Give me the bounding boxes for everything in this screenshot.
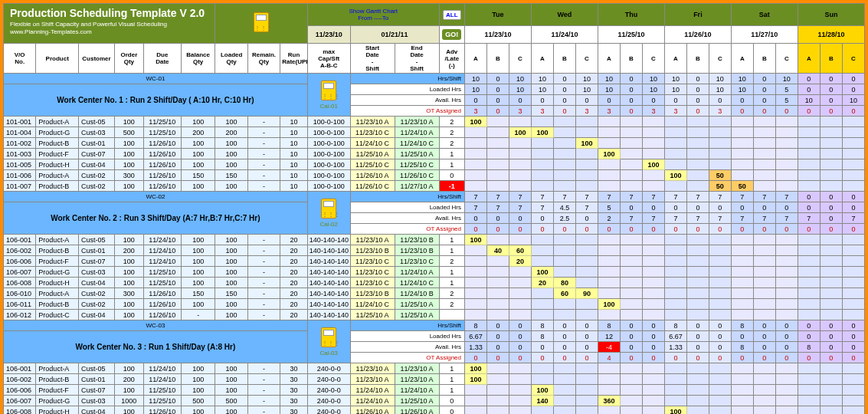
gantt-cell xyxy=(820,278,842,288)
gantt-cell xyxy=(531,117,553,127)
schedule-row: 106-006Product-FCust-0710011/25/10100100… xyxy=(4,385,865,396)
gantt-cell xyxy=(842,117,864,127)
shift-header: B xyxy=(686,44,709,74)
column-header: Remain.Qty xyxy=(247,44,280,74)
gantt-cell xyxy=(775,245,798,256)
stat-value: 7 xyxy=(664,192,686,202)
stat-value: 4 xyxy=(598,353,620,363)
gantt-cell xyxy=(798,406,820,415)
remain-qty: - xyxy=(247,406,280,415)
gantt-cell xyxy=(486,170,509,181)
gantt-cell xyxy=(642,149,664,159)
gantt-cell xyxy=(620,149,642,159)
balance-qty: 100 xyxy=(181,406,215,415)
end-date: 11/23/10 B xyxy=(395,245,439,256)
gantt-cell xyxy=(664,245,686,256)
gantt-cell xyxy=(686,310,709,320)
gantt-cell xyxy=(820,374,842,385)
gantt-from-date[interactable]: 11/23/10 xyxy=(307,26,350,44)
stat-value: 5 xyxy=(598,202,620,213)
column-header: RunRate(UPH) xyxy=(280,44,308,74)
stat-value: 0 xyxy=(798,331,820,342)
gantt-cell xyxy=(731,396,753,406)
customer: Cust-02 xyxy=(79,288,115,299)
wo-no: 106-001 xyxy=(4,363,36,374)
gantt-to-date[interactable]: 01/21/11 xyxy=(350,26,439,44)
workcenter-calc-button[interactable]: Cal-01 xyxy=(307,74,350,117)
run-rate: 10 xyxy=(280,127,308,138)
day-date: 11/23/10 xyxy=(464,26,531,44)
gantt-cell xyxy=(775,385,798,396)
day-header: Tue xyxy=(464,4,531,26)
stat-value: 0 xyxy=(553,224,575,235)
stat-value: 0 xyxy=(531,95,553,106)
stat-value: 0 xyxy=(686,331,709,342)
schedule-row: 106-007Product-GCust-03100011/25/1050050… xyxy=(4,396,865,406)
gantt-cell xyxy=(842,310,864,320)
calculator-icon xyxy=(321,327,336,347)
remain-qty: - xyxy=(247,117,280,127)
gantt-cell xyxy=(753,181,775,192)
stat-value: 7 xyxy=(575,202,598,213)
customer: Cust-05 xyxy=(79,363,115,374)
gantt-cell xyxy=(686,385,709,396)
gantt-cell xyxy=(798,256,820,267)
calculation-all-button[interactable]: Calculation-ALL xyxy=(215,4,307,44)
stat-value: 0 xyxy=(842,74,864,84)
gantt-cell xyxy=(642,245,664,256)
production-schedule-table: Production Scheduling Template V 2.0Flex… xyxy=(3,3,865,414)
stat-value: 0 xyxy=(820,353,842,363)
gantt-cell xyxy=(575,181,598,192)
gantt-bar: 100 xyxy=(664,406,686,415)
workcenter-calc-button[interactable]: Cal-02 xyxy=(307,192,350,235)
gantt-cell xyxy=(775,149,798,159)
gantt-cell xyxy=(709,406,731,415)
gantt-bar: 100 xyxy=(642,159,664,170)
stat-value: 0 xyxy=(753,74,775,84)
go-button[interactable]: GO! xyxy=(439,26,464,44)
stat-value: 0 xyxy=(642,320,664,331)
stat-value: 0 xyxy=(509,320,531,331)
gantt-cell xyxy=(598,127,620,138)
stat-value: 10 xyxy=(575,74,598,84)
stat-value: 10 xyxy=(842,95,864,106)
wo-no: 106-011 xyxy=(4,299,36,310)
stat-value: 0 xyxy=(753,95,775,106)
stat-value: 7 xyxy=(753,192,775,202)
gantt-cell xyxy=(642,396,664,406)
start-date: 11/25/10 A xyxy=(350,149,395,159)
gantt-cell xyxy=(709,299,731,310)
stat-value: 0 xyxy=(753,224,775,235)
max-cap: 100-0-100 xyxy=(307,127,350,138)
adv-late: -1 xyxy=(439,181,464,192)
stat-value: 0 xyxy=(709,95,731,106)
workcenter-calc-button[interactable]: Cal-03 xyxy=(307,320,350,363)
all-button[interactable]: ALL xyxy=(439,4,464,26)
gantt-cell xyxy=(753,396,775,406)
run-rate: 10 xyxy=(280,170,308,181)
stat-value: 7 xyxy=(775,192,798,202)
order-qty: 500 xyxy=(114,127,143,138)
stat-value: 10 xyxy=(509,84,531,95)
gantt-cell xyxy=(798,267,820,278)
remain-qty: - xyxy=(247,159,280,170)
remain-qty: - xyxy=(247,299,280,310)
gantt-cell xyxy=(842,406,864,415)
gantt-cell xyxy=(686,245,709,256)
stat-value: 7 xyxy=(509,192,531,202)
stat-value: 0 xyxy=(575,95,598,106)
stat-value: 0 xyxy=(775,331,798,342)
gantt-cell xyxy=(531,374,553,385)
gantt-cell xyxy=(820,310,842,320)
stat-value: 0 xyxy=(642,331,664,342)
gantt-cell xyxy=(642,256,664,267)
customer: Cust-02 xyxy=(79,181,115,192)
balance-qty: 100 xyxy=(181,235,215,245)
gantt-cell xyxy=(686,149,709,159)
stat-value: 0 xyxy=(820,74,842,84)
gantt-cell xyxy=(798,170,820,181)
end-date: 11/26/10 C xyxy=(395,170,439,181)
gantt-cell xyxy=(686,159,709,170)
stat-value: 12 xyxy=(598,331,620,342)
gantt-cell xyxy=(798,117,820,127)
